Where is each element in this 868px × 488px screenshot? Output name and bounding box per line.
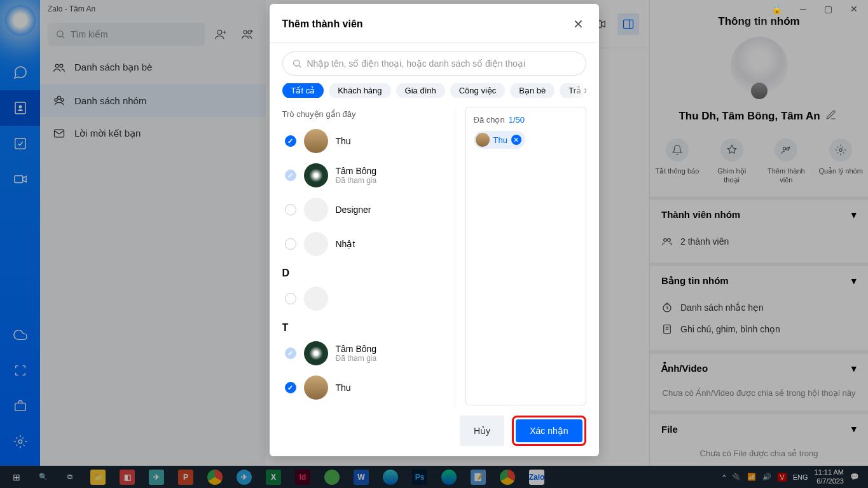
selected-chip: Thu ✕ [474,131,525,149]
confirm-button[interactable]: Xác nhận [516,419,582,442]
cancel-button[interactable]: Hủy [460,416,504,446]
contact-checkbox[interactable] [285,238,296,250]
contact-name: Tâm Bông [336,344,377,354]
contact-avatar [304,198,328,222]
chip-family[interactable]: Gia đình [396,83,445,98]
lock-icon[interactable]: 🔒 [768,3,786,15]
minimize-button[interactable]: ─ [796,3,810,15]
contact-checkbox[interactable] [285,382,296,393]
modal-overlay: Thêm thành viên ✕ Nhập tên, số điện thoạ… [0,0,868,488]
chips-scroll-right-icon[interactable]: › [584,83,586,98]
contact-checkbox[interactable] [285,135,296,147]
contact-row[interactable]: Tâm BôngĐã tham gia [282,158,452,193]
contact-row[interactable] [282,281,452,316]
selected-box: Đã chọn1/50 Thu ✕ [465,107,586,405]
contact-row[interactable]: Thu [282,370,452,405]
filter-chips: Tất cả Khách hàng Gia đình Công việc Bạn… [282,83,586,98]
close-window-button[interactable]: ✕ [846,3,862,15]
contact-list[interactable]: Trò chuyện gần đây ThuTâm BôngĐã tham gi… [282,107,455,405]
member-search-input[interactable]: Nhập tên, số điện thoại, hoặc danh sách … [282,51,586,76]
contact-row[interactable]: Designer [282,193,452,227]
chip-friends[interactable]: Bạn bè [510,83,555,98]
contact-avatar [304,287,328,311]
contact-avatar [304,341,328,365]
selected-count: 1/50 [509,115,525,125]
contact-checkbox[interactable] [285,204,296,215]
selected-name: Thu [493,135,507,145]
contact-name: Thu [336,136,351,146]
modal-close-button[interactable]: ✕ [570,14,586,34]
contact-sub: Đã tham gia [336,176,377,185]
contact-row[interactable]: Nhật [282,227,452,261]
contact-checkbox[interactable] [285,170,296,181]
contact-sub: Đã tham gia [336,354,377,363]
maximize-button[interactable]: ▢ [820,3,836,15]
avatar [476,133,490,147]
recent-label: Trò chuyện gần đây [282,107,452,124]
contact-name: Tâm Bông [336,166,377,176]
chip-replylater[interactable]: Trả lời sau [560,83,586,98]
selected-label: Đã chọn [474,115,505,125]
contact-checkbox[interactable] [285,293,296,304]
contact-row[interactable]: Tâm BôngĐã tham gia [282,336,452,370]
contact-row[interactable]: Thu [282,124,452,158]
modal-title: Thêm thành viên [282,18,363,30]
contact-checkbox[interactable] [285,348,296,359]
contact-avatar [304,129,328,153]
letter-t: T [282,316,452,336]
add-member-modal: Thêm thành viên ✕ Nhập tên, số điện thoạ… [270,4,599,456]
contact-name: Thu [336,383,351,393]
svg-point-28 [293,60,299,65]
contact-avatar [304,376,328,400]
contact-avatar [304,163,328,187]
chip-work[interactable]: Công việc [450,83,506,98]
contact-name: Nhật [336,239,355,249]
contact-avatar [304,232,328,256]
contact-name: Designer [336,205,371,215]
chip-customers[interactable]: Khách hàng [329,83,390,98]
chip-all[interactable]: Tất cả [282,83,324,98]
letter-d: D [282,261,452,281]
remove-selected-icon[interactable]: ✕ [511,135,521,145]
search-icon [292,58,302,69]
